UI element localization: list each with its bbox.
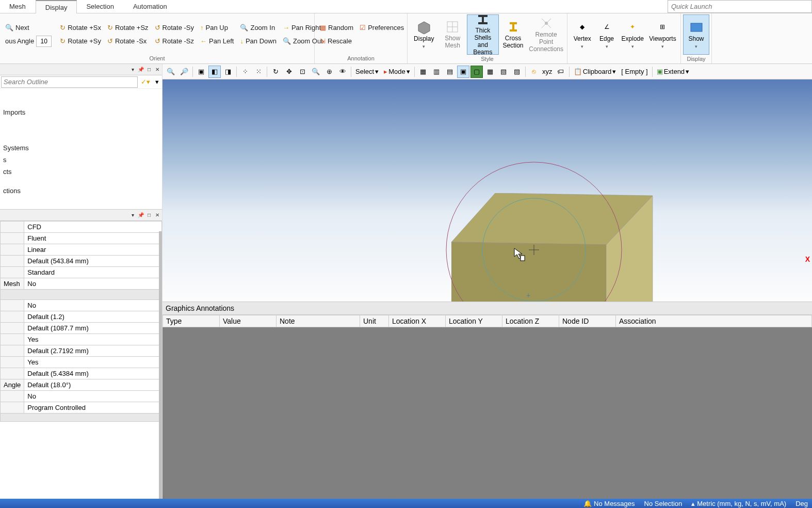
coord-icon[interactable]: ⎋ bbox=[528, 66, 540, 78]
sel-face-icon[interactable]: ▥ bbox=[430, 66, 443, 78]
show-vertices-icon[interactable]: ⁘ bbox=[239, 66, 251, 78]
rescale-button[interactable]: ⇲Rescale bbox=[317, 35, 356, 47]
pan-icon[interactable]: ✥ bbox=[283, 66, 295, 78]
annotations-table[interactable]: Type Value Note Unit Location X Location… bbox=[163, 315, 812, 327]
pan-up-button[interactable]: ↑Pan Up bbox=[197, 22, 237, 34]
close-icon[interactable]: ✕ bbox=[154, 212, 161, 219]
details-cell[interactable]: Yes bbox=[24, 334, 162, 345]
sel-body-icon[interactable]: ▦ bbox=[417, 66, 429, 78]
explode-dropdown[interactable]: ✦ Explode▾ bbox=[619, 14, 647, 55]
show-edges-icon[interactable]: ⁙ bbox=[252, 66, 265, 78]
col-value[interactable]: Value bbox=[220, 315, 277, 327]
pan-down-button[interactable]: ↓Pan Down bbox=[237, 35, 279, 47]
maximize-icon[interactable]: □ bbox=[145, 212, 153, 219]
zoom-icon[interactable]: 🔍 bbox=[310, 66, 322, 78]
col-locy[interactable]: Location Y bbox=[446, 315, 502, 327]
details-cell[interactable]: No bbox=[24, 300, 162, 311]
extend-dropdown[interactable]: ▣ Extend ▾ bbox=[655, 68, 691, 75]
col-type[interactable]: Type bbox=[163, 315, 220, 327]
edge-dropdown[interactable]: ∠ Edge▾ bbox=[595, 14, 618, 55]
zoom-in-button[interactable]: 🔍Zoom In bbox=[237, 22, 279, 34]
show-dropdown[interactable]: Show▾ bbox=[683, 14, 709, 55]
mode-dropdown[interactable]: ▸ Mode ▾ bbox=[382, 68, 412, 75]
search-dropdown-icon[interactable]: ✓▾ bbox=[139, 78, 152, 86]
sel-element-icon[interactable]: ▦ bbox=[484, 66, 496, 78]
col-assoc[interactable]: Association bbox=[616, 315, 812, 327]
rotate-plus-sy-button[interactable]: ↻Rotate +Sy bbox=[57, 35, 104, 47]
rotate-plus-sx-button[interactable]: ↻Rotate +Sx bbox=[57, 22, 104, 34]
outline-tree[interactable]: Imports Systems s cts ctions bbox=[0, 89, 162, 199]
shaded-icon[interactable]: ◧ bbox=[208, 66, 221, 78]
rotate-icon[interactable]: ↻ bbox=[269, 66, 282, 78]
details-cell[interactable]: Default (543.84 mm) bbox=[24, 256, 162, 267]
tree-item[interactable]: cts bbox=[3, 166, 162, 178]
status-selection[interactable]: No Selection bbox=[644, 500, 683, 507]
tab-selection[interactable]: Selection bbox=[77, 0, 123, 13]
col-locx[interactable]: Location X bbox=[389, 315, 446, 327]
outline-search-input[interactable] bbox=[1, 76, 138, 88]
details-cell[interactable]: Default (1.2) bbox=[24, 311, 162, 323]
tree-item[interactable]: ctions bbox=[3, 185, 162, 197]
details-grid[interactable]: CFD Fluent Linear Default (543.84 mm) St… bbox=[0, 221, 162, 499]
tab-display[interactable]: Display bbox=[36, 0, 77, 13]
status-degrees[interactable]: Deg bbox=[795, 500, 808, 507]
pin-icon[interactable]: 📌 bbox=[137, 66, 144, 73]
viewports-dropdown[interactable]: ⊞ Viewports▾ bbox=[647, 14, 678, 55]
select-dropdown[interactable]: Select ▾ bbox=[353, 68, 381, 75]
clipboard-dropdown[interactable]: 📋 Clipboard ▾ bbox=[572, 68, 619, 75]
vertex-dropdown[interactable]: ◆ Vertex▾ bbox=[570, 14, 595, 55]
details-cell[interactable]: No bbox=[24, 391, 162, 402]
look-at-icon[interactable]: 👁 bbox=[336, 66, 349, 78]
status-messages[interactable]: 🔔No Messages bbox=[583, 500, 635, 507]
preferences-button[interactable]: ☑Preferences bbox=[356, 22, 407, 34]
quick-launch-input[interactable] bbox=[668, 0, 812, 13]
close-icon[interactable]: ✕ bbox=[154, 66, 161, 73]
zoom-box-icon[interactable]: ⊡ bbox=[296, 66, 308, 78]
tag-icon[interactable]: 🏷 bbox=[555, 66, 567, 78]
sel-all-icon[interactable]: ▨ bbox=[511, 66, 523, 78]
rotate-minus-sy-button[interactable]: ↺Rotate -Sy bbox=[152, 22, 197, 34]
status-units[interactable]: ▴Metric (mm, kg, N, s, mV, mA) bbox=[691, 500, 786, 507]
3d-viewport[interactable]: + 0.00 500.00 1000.00 (mm) 250.00 750.00… bbox=[163, 80, 812, 301]
dropdown-icon[interactable]: ▾ bbox=[129, 66, 136, 73]
details-cell[interactable]: Yes bbox=[24, 357, 162, 368]
rotate-minus-sx-button[interactable]: ↺Rotate -Sx bbox=[104, 35, 152, 47]
tab-automation[interactable]: Automation bbox=[124, 0, 177, 13]
search-options-icon[interactable]: ▾ bbox=[152, 78, 162, 86]
col-unit[interactable]: Unit bbox=[360, 315, 389, 327]
sel-edge-icon[interactable]: ▤ bbox=[444, 66, 456, 78]
details-cell[interactable]: Program Controlled bbox=[24, 402, 162, 414]
thick-shells-button[interactable]: Thick Shellsand Beams bbox=[467, 14, 499, 55]
tree-item[interactable]: s bbox=[3, 154, 162, 166]
rotation-gizmo[interactable] bbox=[441, 157, 627, 301]
details-cell[interactable]: Default (18.0°) bbox=[24, 379, 162, 391]
next-button[interactable]: 🔍 Next bbox=[2, 22, 55, 34]
scrollbar[interactable] bbox=[159, 231, 162, 499]
details-cell[interactable]: CFD bbox=[24, 221, 162, 233]
tree-item[interactable]: Systems bbox=[3, 142, 162, 154]
show-mesh-button[interactable]: ShowMesh bbox=[438, 14, 466, 55]
wireframe-icon[interactable]: ▣ bbox=[195, 66, 207, 78]
pan-left-button[interactable]: ←Pan Left bbox=[197, 35, 237, 47]
tab-mesh[interactable]: Mesh bbox=[0, 0, 36, 13]
col-locz[interactable]: Location Z bbox=[502, 315, 559, 327]
maximize-icon[interactable]: □ bbox=[145, 66, 153, 73]
col-nodeid[interactable]: Node ID bbox=[559, 315, 616, 327]
zoom-fit-icon[interactable]: 🔍 bbox=[165, 66, 177, 78]
display-dropdown[interactable]: Display▾ bbox=[410, 14, 438, 55]
fit-icon[interactable]: ⊕ bbox=[323, 66, 335, 78]
tree-item[interactable]: Imports bbox=[3, 106, 162, 118]
label-icon[interactable]: xyz bbox=[541, 66, 554, 78]
rotate-minus-sz-button[interactable]: ↺Rotate -Sz bbox=[152, 35, 197, 47]
details-cell[interactable]: No bbox=[24, 278, 162, 290]
shaded-edges-icon[interactable]: ◨ bbox=[222, 66, 234, 78]
pin-icon[interactable]: 📌 bbox=[137, 212, 144, 219]
remote-point-button[interactable]: Remote PointConnections bbox=[527, 14, 565, 55]
zoom-out-icon[interactable]: 🔎 bbox=[178, 66, 190, 78]
angle-input[interactable] bbox=[36, 36, 52, 47]
details-cell[interactable]: Linear bbox=[24, 244, 162, 256]
sel-vertex-icon[interactable]: ▣ bbox=[457, 66, 469, 78]
dropdown-icon[interactable]: ▾ bbox=[129, 212, 136, 219]
details-cell[interactable]: Fluent bbox=[24, 233, 162, 244]
details-cell[interactable]: Default (5.4384 mm) bbox=[24, 368, 162, 379]
